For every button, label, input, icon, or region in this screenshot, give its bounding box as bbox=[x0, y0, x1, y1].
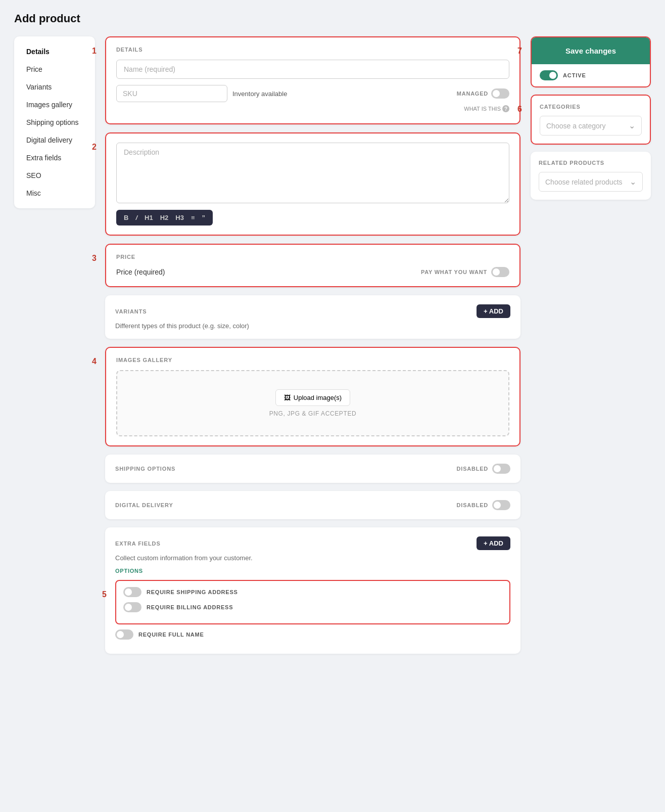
shipping-disabled-text: DISABLED bbox=[457, 466, 488, 472]
categories-card: CATEGORIES Choose a category ⌄ bbox=[531, 95, 651, 145]
description-card: B / H1 H2 H3 ≡ ” bbox=[105, 132, 520, 236]
price-field-label: Price (required) bbox=[116, 268, 165, 276]
images-label: IMAGES GALLERY bbox=[116, 357, 509, 363]
options-section-wrapper: 5 REQUIRE SHIPPING ADDRESS bbox=[115, 580, 510, 624]
upload-button[interactable]: 🖼 Upload image(s) bbox=[275, 389, 350, 406]
sidebar-item-digital-delivery[interactable]: Digital delivery bbox=[17, 131, 92, 149]
step-6: 6 bbox=[517, 105, 522, 114]
sidebar-item-extra-fields[interactable]: Extra fields bbox=[17, 149, 92, 166]
name-input[interactable] bbox=[116, 60, 509, 79]
variants-desc: Different types of this product (e.g. si… bbox=[115, 322, 510, 330]
variants-card: VARIANTS + ADD Different types of this p… bbox=[105, 295, 520, 339]
toolbar-h1[interactable]: H1 bbox=[142, 213, 156, 222]
pay-what-toggle[interactable] bbox=[491, 267, 509, 277]
save-button[interactable]: Save changes bbox=[532, 37, 650, 64]
require-shipping-label: REQUIRE SHIPPING ADDRESS bbox=[147, 589, 238, 595]
managed-toggle[interactable] bbox=[491, 88, 509, 99]
help-icon[interactable]: ? bbox=[502, 105, 509, 112]
toolbar-list[interactable]: ≡ bbox=[188, 213, 198, 222]
price-section-wrapper: 3 PRICE Price (required) PAY WHAT YOU WA… bbox=[105, 244, 520, 287]
main-content: 1 DETAILS Inventory available MANAGED bbox=[105, 36, 520, 654]
require-shipping-slider bbox=[123, 587, 141, 597]
toolbar-bold[interactable]: B bbox=[121, 213, 131, 222]
page-title: Add product bbox=[14, 12, 651, 25]
require-billing-label: REQUIRE BILLING ADDRESS bbox=[147, 604, 233, 610]
step-4: 4 bbox=[92, 357, 97, 366]
active-toggle[interactable] bbox=[540, 70, 558, 80]
options-highlight-box: REQUIRE SHIPPING ADDRESS REQUIRE BILLING… bbox=[115, 580, 510, 624]
related-card: RELATED PRODUCTS Choose related products… bbox=[531, 152, 651, 200]
managed-row: MANAGED bbox=[457, 88, 509, 99]
sidebar-item-variants[interactable]: Variants bbox=[17, 78, 92, 96]
what-is-this-text[interactable]: WHAT IS THIS bbox=[464, 106, 501, 112]
pay-what-toggle-slider bbox=[491, 267, 509, 277]
shipping-toggle[interactable] bbox=[492, 464, 510, 474]
sku-row: Inventory available MANAGED bbox=[116, 85, 509, 102]
sidebar-item-images-gallery[interactable]: Images gallery bbox=[17, 96, 92, 113]
active-row: ACTIVE bbox=[532, 64, 650, 86]
require-full-name-slider bbox=[115, 629, 133, 640]
variants-label: VARIANTS bbox=[115, 308, 147, 314]
extra-fields-add-button[interactable]: + ADD bbox=[477, 536, 510, 550]
shipping-row: SHIPPING OPTIONS DISABLED bbox=[115, 464, 510, 474]
toolbar-italic[interactable]: / bbox=[133, 213, 140, 222]
require-billing-slider bbox=[123, 602, 141, 612]
inventory-label: Inventory available bbox=[232, 90, 287, 98]
digital-delivery-row: DIGITAL DELIVERY DISABLED bbox=[115, 500, 510, 510]
require-shipping-option: REQUIRE SHIPPING ADDRESS bbox=[123, 587, 502, 597]
upload-zone[interactable]: 🖼 Upload image(s) PNG, JPG & GIF ACCEPTE… bbox=[116, 370, 509, 436]
what-is-this-row: WHAT IS THIS ? bbox=[116, 105, 509, 112]
categories-label: CATEGORIES bbox=[540, 104, 642, 110]
images-card: IMAGES GALLERY 🖼 Upload image(s) PNG, JP… bbox=[105, 347, 520, 446]
sidebar: Details Price Variants Images gallery Sh… bbox=[14, 36, 95, 208]
related-products-dropdown[interactable]: Choose related products ⌄ bbox=[539, 172, 643, 192]
require-full-name-label: REQUIRE FULL NAME bbox=[138, 631, 204, 638]
require-billing-option: REQUIRE BILLING ADDRESS bbox=[123, 602, 502, 612]
toolbar-quote[interactable]: ” bbox=[199, 213, 208, 222]
related-label: RELATED PRODUCTS bbox=[539, 160, 643, 166]
upload-hint: PNG, JPG & GIF ACCEPTED bbox=[127, 410, 498, 417]
details-card: DETAILS Inventory available MANAGED bbox=[105, 36, 520, 124]
digital-delivery-toggle-group: DISABLED bbox=[457, 500, 510, 510]
toolbar-h3[interactable]: H3 bbox=[173, 213, 186, 222]
price-row: Price (required) PAY WHAT YOU WANT bbox=[116, 267, 509, 277]
sidebar-item-price[interactable]: Price bbox=[17, 61, 92, 78]
step-1: 1 bbox=[92, 47, 97, 56]
extra-fields-card: EXTRA FIELDS + ADD Collect custom inform… bbox=[105, 527, 520, 654]
save-section-wrapper: 7 Save changes ACTIVE bbox=[531, 36, 651, 87]
sidebar-item-details[interactable]: Details bbox=[17, 43, 92, 60]
extra-fields-desc: Collect custom information from your cus… bbox=[115, 554, 510, 562]
require-billing-toggle[interactable] bbox=[123, 602, 141, 612]
sku-input[interactable] bbox=[116, 85, 227, 102]
save-card: Save changes ACTIVE bbox=[531, 36, 651, 87]
categories-section-wrapper: 6 CATEGORIES Choose a category ⌄ bbox=[531, 95, 651, 145]
managed-toggle-slider bbox=[491, 88, 509, 99]
description-textarea[interactable] bbox=[116, 143, 509, 203]
price-card: PRICE Price (required) PAY WHAT YOU WANT bbox=[105, 244, 520, 287]
sidebar-item-shipping-options[interactable]: Shipping options bbox=[17, 114, 92, 131]
editor-toolbar: B / H1 H2 H3 ≡ ” bbox=[116, 210, 213, 225]
description-section-wrapper: 2 B / H1 H2 H3 ≡ ” bbox=[105, 132, 520, 236]
shipping-toggle-slider bbox=[492, 464, 510, 474]
sidebar-item-misc[interactable]: Misc bbox=[17, 185, 92, 202]
step-2: 2 bbox=[92, 143, 97, 152]
options-label: OPTIONS bbox=[115, 568, 510, 574]
upload-button-label: Upload image(s) bbox=[294, 394, 342, 401]
pay-what-text: PAY WHAT YOU WANT bbox=[421, 269, 487, 275]
details-section-wrapper: 1 DETAILS Inventory available MANAGED bbox=[105, 36, 520, 124]
right-panel: 7 Save changes ACTIVE 6 CATEGORIE bbox=[531, 36, 651, 200]
variants-add-button[interactable]: + ADD bbox=[477, 304, 510, 318]
require-full-name-toggle[interactable] bbox=[115, 629, 133, 640]
require-shipping-toggle[interactable] bbox=[123, 587, 141, 597]
require-full-name-option: REQUIRE FULL NAME bbox=[115, 629, 510, 640]
upload-icon: 🖼 bbox=[284, 394, 291, 401]
digital-delivery-card: DIGITAL DELIVERY DISABLED bbox=[105, 491, 520, 519]
sidebar-item-seo[interactable]: SEO bbox=[17, 167, 92, 184]
category-dropdown[interactable]: Choose a category ⌄ bbox=[540, 116, 642, 136]
images-section-wrapper: 4 IMAGES GALLERY 🖼 Upload image(s) PNG, … bbox=[105, 347, 520, 446]
related-placeholder: Choose related products bbox=[545, 178, 623, 186]
digital-delivery-toggle[interactable] bbox=[492, 500, 510, 510]
toolbar-h2[interactable]: H2 bbox=[158, 213, 171, 222]
details-label: DETAILS bbox=[116, 47, 509, 53]
shipping-label: SHIPPING OPTIONS bbox=[115, 466, 175, 472]
